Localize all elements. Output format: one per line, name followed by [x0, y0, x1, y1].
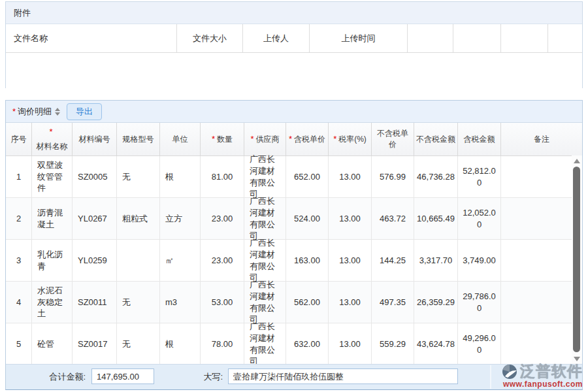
sort-spinner-icon[interactable]	[55, 108, 60, 116]
column-header-label: 数量	[217, 134, 233, 145]
table-cell: 根	[160, 323, 201, 365]
column-header: *材料名称	[32, 123, 73, 155]
table-cell: ㎡	[160, 240, 201, 281]
column-header-label: 含税金额	[464, 134, 495, 145]
column-header-label: 材料编号	[79, 134, 110, 145]
table-cell: 3	[6, 240, 32, 281]
table-cell: 1	[6, 156, 32, 197]
table-cell	[501, 240, 572, 281]
table-cell: 双壁波纹管管件	[32, 156, 73, 197]
table-cell: 广西长河建材有限公司	[244, 240, 286, 281]
table-cell: 沥青混凝土	[32, 198, 73, 239]
table-row[interactable]: 4水泥石灰稳定土SZ0011无m353.00广西长河建材有限公司562.0013…	[6, 282, 572, 323]
table-cell: 12,052.00	[458, 198, 501, 239]
table-cell: 砼管	[32, 323, 73, 365]
table-cell: 13.00	[329, 198, 372, 239]
column-header-label: 供应商	[256, 134, 280, 145]
attachments-col-header-empty	[501, 24, 548, 52]
table-cell: 2	[6, 198, 32, 239]
table-cell: 524.00	[286, 198, 329, 239]
attachments-col-header: 文件名称	[6, 24, 177, 52]
table-cell: 广西长河建材有限公司	[244, 323, 286, 365]
scrollbar-thumb[interactable]	[573, 167, 580, 352]
attachments-col-header: 文件大小	[177, 24, 243, 52]
table-cell: 26,359.29	[414, 282, 458, 323]
table-cell: 乳化沥青	[32, 240, 73, 281]
table-cell: 49,296.00	[458, 323, 501, 365]
table-cell: 43,624.78	[414, 323, 458, 365]
table-row[interactable]: 1双壁波纹管管件SZ0005无根81.00广西长河建材有限公司652.0013.…	[6, 156, 572, 198]
column-header: 材料编号	[73, 123, 117, 155]
table-row[interactable]: 2沥青混凝土YL0267粗粒式立方23.00广西长河建材有限公司524.0013…	[6, 198, 572, 240]
amount-in-words-label: 大写:	[176, 365, 223, 389]
table-row[interactable]: 3乳化沥青YL0259㎡23.00广西长河建材有限公司163.0013.0014…	[6, 240, 572, 282]
table-row[interactable]: 5砼管SZ0017无根78.00广西长河建材有限公司632.0013.00559…	[6, 323, 572, 365]
scroll-up-arrow-icon[interactable]	[574, 159, 580, 163]
total-amount-label: 合计金额:	[6, 365, 86, 389]
table-scrollbar[interactable]	[572, 155, 582, 365]
required-asterisk: *	[250, 133, 253, 145]
required-asterisk: *	[212, 133, 215, 145]
table-cell	[117, 240, 160, 281]
column-header: 备注	[501, 123, 582, 155]
table-cell: 13.00	[329, 156, 372, 197]
table-cell: 13.00	[329, 282, 372, 323]
footer-divider	[490, 365, 491, 389]
column-header-label: 不含税单价	[374, 128, 412, 150]
column-header-label: 不含税金额	[416, 134, 455, 145]
export-button[interactable]: 导出	[67, 103, 102, 120]
table-cell: 576.99	[372, 156, 414, 197]
amount-in-words-value[interactable]: 壹拾肆万柒仟陆佰玖拾伍圆整	[228, 368, 458, 384]
attachments-col-label: 文件大小	[193, 33, 227, 44]
table-cell: 3,317.70	[414, 240, 458, 281]
total-amount-value[interactable]: 147,695.00	[91, 368, 154, 384]
required-asterisk: *	[49, 126, 52, 138]
table-cell: YL0267	[73, 198, 117, 239]
table-cell: 562.00	[286, 282, 329, 323]
table-cell: 广西长河建材有限公司	[244, 156, 286, 197]
table-cell: 根	[160, 156, 201, 197]
table-cell: 29,786.00	[458, 282, 501, 323]
scroll-down-arrow-icon[interactable]	[574, 357, 580, 361]
table-cell: 559.29	[372, 323, 414, 365]
column-header: 含税金额	[458, 123, 501, 155]
table-cell: 46,736.28	[414, 156, 458, 197]
table-cell: 652.00	[286, 156, 329, 197]
required-asterisk: *	[12, 106, 16, 116]
table-cell	[501, 156, 572, 197]
table-cell: 5	[6, 323, 32, 365]
table-cell: 632.00	[286, 323, 329, 365]
attachments-col-header: 上传人	[243, 24, 310, 52]
inquiry-section: * 询价明细 导出 序号*材料名称材料编号规格型号单位*数量*供应商*含税单价*…	[5, 100, 583, 390]
table-cell: 广西长河建材有限公司	[244, 198, 286, 239]
attachments-table-header: 文件名称文件大小上传人上传时间	[6, 24, 582, 53]
column-header: 序号	[6, 123, 32, 155]
table-cell: 10,665.49	[414, 198, 458, 239]
inquiry-title: 询价明细	[18, 106, 52, 118]
attachments-col-header-empty	[453, 24, 501, 52]
attachments-title: 附件	[6, 2, 582, 24]
column-header-label: 材料名称	[37, 141, 68, 152]
attachments-col-label: 上传时间	[342, 33, 376, 44]
table-cell: m3	[160, 282, 201, 323]
required-asterisk: *	[333, 133, 336, 145]
table-cell: 163.00	[286, 240, 329, 281]
attachments-col-label: 上传人	[263, 33, 289, 44]
totals-footer: 合计金额: 147,695.00 大写: 壹拾肆万柒仟陆佰玖拾伍圆整	[6, 364, 582, 389]
attachments-col-header-empty	[408, 24, 453, 52]
table-cell: 水泥石灰稳定土	[32, 282, 73, 323]
table-cell: 23.00	[201, 198, 244, 239]
column-header: 不含税金额	[414, 123, 458, 155]
table-cell: 463.72	[372, 198, 414, 239]
table-cell: 广西长河建材有限公司	[244, 282, 286, 323]
table-cell: 78.00	[201, 323, 244, 365]
table-cell: 3,749.00	[458, 240, 501, 281]
inquiry-table-body: 1双壁波纹管管件SZ0005无根81.00广西长河建材有限公司652.0013.…	[6, 156, 582, 365]
column-header-label: 规格型号	[123, 134, 154, 145]
column-header: 不含税单价	[372, 123, 414, 155]
column-header: 单位	[160, 123, 201, 155]
table-cell: 无	[117, 156, 160, 197]
inquiry-toolbar: * 询价明细 导出	[6, 101, 582, 123]
table-cell: SZ0005	[73, 156, 117, 197]
inquiry-table-header: 序号*材料名称材料编号规格型号单位*数量*供应商*含税单价*税率(%)不含税单价…	[6, 123, 582, 156]
